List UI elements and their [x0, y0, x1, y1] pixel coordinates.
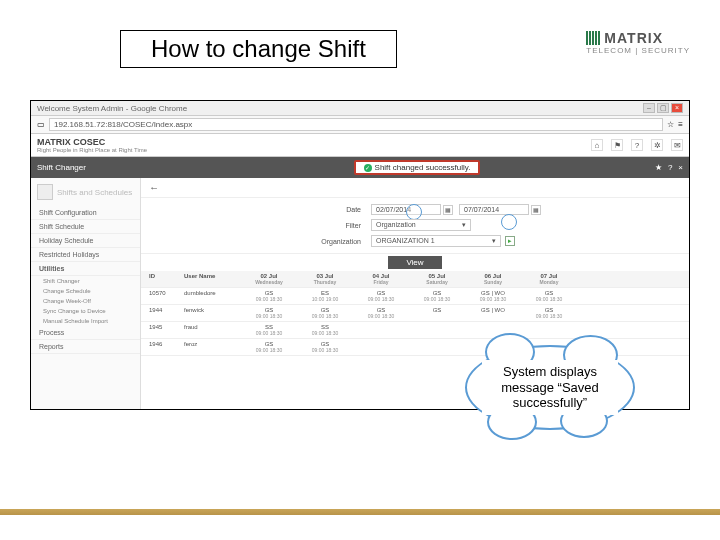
chevron-down-icon: ▾: [462, 221, 466, 229]
chrome-menu-icon[interactable]: ≡: [678, 120, 683, 129]
sidebar-item[interactable]: Shift Schedule: [31, 220, 140, 234]
brand-name: MATRIX: [604, 30, 663, 46]
page-title: Shift Changer: [37, 163, 86, 172]
sidebar-subitem[interactable]: Shift Changer: [31, 276, 140, 286]
highlight-circle-2: [501, 214, 517, 230]
sidebar-subitem[interactable]: Sync Change to Device: [31, 306, 140, 316]
home-icon[interactable]: ⌂: [591, 139, 603, 151]
window-minimize-icon[interactable]: –: [643, 103, 655, 113]
app-header: MATRIX COSEC Right People in Right Place…: [31, 134, 689, 157]
close-panel-icon[interactable]: ×: [678, 163, 683, 172]
sidebar-item[interactable]: Restricted Holidays: [31, 248, 140, 262]
footer-band: [0, 509, 720, 515]
sidebar-item[interactable]: Reports: [31, 340, 140, 354]
url-input[interactable]: 192.168.51.72:818/COSEC/Index.aspx: [49, 118, 663, 131]
app-logo: MATRIX COSEC: [37, 137, 147, 147]
sidebar: Shifts and Schedules Shift Configuration…: [31, 178, 141, 410]
sidebar-subitem[interactable]: Change Schedule: [31, 286, 140, 296]
calendar-from-icon[interactable]: ▦: [443, 205, 453, 215]
org-label: Organization: [141, 238, 371, 245]
slide-title: How to change Shift: [120, 30, 397, 68]
sidebar-item[interactable]: Holiday Schedule: [31, 234, 140, 248]
sidebar-header: Shifts and Schedules: [57, 188, 132, 197]
org-select[interactable]: ORGANIZATION 1▾: [371, 235, 501, 247]
table-row[interactable]: 1944fenwickGS09:00 18:30GS09:00 18:30GS0…: [141, 305, 689, 322]
callout-cloud: System displays message “Saved successfu…: [465, 345, 635, 430]
brand-bars-icon: [586, 31, 600, 45]
callout-text: System displays message “Saved successfu…: [482, 360, 618, 415]
view-button[interactable]: View: [388, 256, 441, 269]
chrome-title-text: Welcome System Admin - Google Chrome: [37, 104, 187, 113]
brand-logo: MATRIX TELECOM | SECURITY: [586, 30, 690, 55]
filter-label: Filter: [141, 222, 371, 229]
calendar-to-icon[interactable]: ▦: [531, 205, 541, 215]
window-maximize-icon[interactable]: ▢: [657, 103, 669, 113]
flag-icon[interactable]: ⚑: [611, 139, 623, 151]
chevron-down-icon: ▾: [492, 237, 496, 245]
star-icon[interactable]: ★: [655, 163, 662, 172]
sidebar-utilities-label[interactable]: Utilities: [31, 262, 140, 276]
date-label: Date: [141, 206, 371, 213]
table-row[interactable]: 10570dumbledoreGS09:00 18:30ES10:00 19:0…: [141, 288, 689, 305]
date-to-input[interactable]: 07/07/2014: [459, 204, 529, 215]
sidebar-subitem[interactable]: Change Week-Off: [31, 296, 140, 306]
success-text: Shift changed successfully.: [375, 163, 471, 172]
sidebar-item[interactable]: Process: [31, 326, 140, 340]
chrome-titlebar: Welcome System Admin - Google Chrome – ▢…: [31, 101, 689, 116]
app-tagline: Right People in Right Place at Right Tim…: [37, 147, 147, 153]
back-icon[interactable]: ←: [149, 182, 159, 193]
settings-icon[interactable]: ✲: [651, 139, 663, 151]
sidebar-item[interactable]: Shift Configuration: [31, 206, 140, 220]
page-icon: ▭: [37, 120, 45, 129]
calendar-icon: [37, 184, 53, 200]
filter-select[interactable]: Organization▾: [371, 219, 471, 231]
window-close-icon[interactable]: ×: [671, 103, 683, 113]
help2-icon[interactable]: ?: [668, 163, 672, 172]
apply-filter-icon[interactable]: ▸: [505, 236, 515, 246]
help-icon[interactable]: ?: [631, 139, 643, 151]
bookmark-icon[interactable]: ☆: [667, 120, 674, 129]
success-check-icon: ✓: [364, 164, 372, 172]
chat-icon[interactable]: ✉: [671, 139, 683, 151]
page-bar: Shift Changer ✓ Shift changed successful…: [31, 157, 689, 178]
sidebar-subitem[interactable]: Manual Schedule Import: [31, 316, 140, 326]
table-row[interactable]: 1945fraudSS09:00 18:30SS09:00 18:30: [141, 322, 689, 339]
brand-subtitle: TELECOM | SECURITY: [586, 46, 690, 55]
success-message-box: ✓ Shift changed successfully.: [354, 160, 481, 175]
chrome-addressbar: ▭ 192.168.51.72:818/COSEC/Index.aspx ☆ ≡: [31, 116, 689, 134]
